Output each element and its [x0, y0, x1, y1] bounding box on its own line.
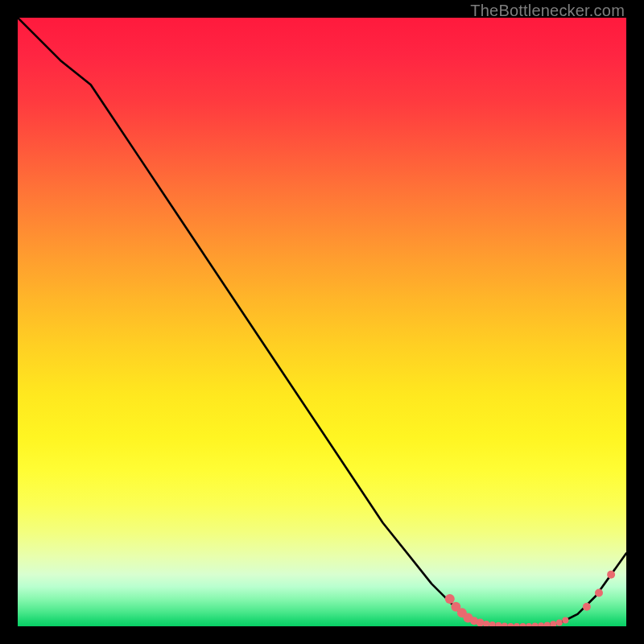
- data-marker: [607, 571, 615, 579]
- data-marker: [562, 617, 568, 623]
- data-marker: [495, 622, 502, 626]
- data-marker: [583, 603, 591, 611]
- data-marker: [550, 621, 556, 626]
- data-marker: [514, 623, 520, 626]
- plot-area: [18, 18, 626, 626]
- chart-stage: TheBottlenecker.com: [0, 0, 644, 644]
- data-marker: [556, 619, 563, 625]
- data-marker: [502, 623, 508, 626]
- data-marker: [445, 594, 455, 604]
- curve-layer: [18, 18, 626, 626]
- bottleneck-curve: [18, 18, 626, 626]
- data-marker: [532, 623, 539, 626]
- data-marker: [489, 621, 496, 626]
- data-marker: [544, 621, 551, 626]
- marker-group: [445, 571, 615, 626]
- data-marker: [507, 623, 514, 626]
- data-marker: [595, 588, 603, 597]
- data-marker: [526, 623, 532, 626]
- data-marker: [477, 618, 485, 626]
- data-marker: [538, 622, 544, 626]
- data-marker: [519, 623, 526, 626]
